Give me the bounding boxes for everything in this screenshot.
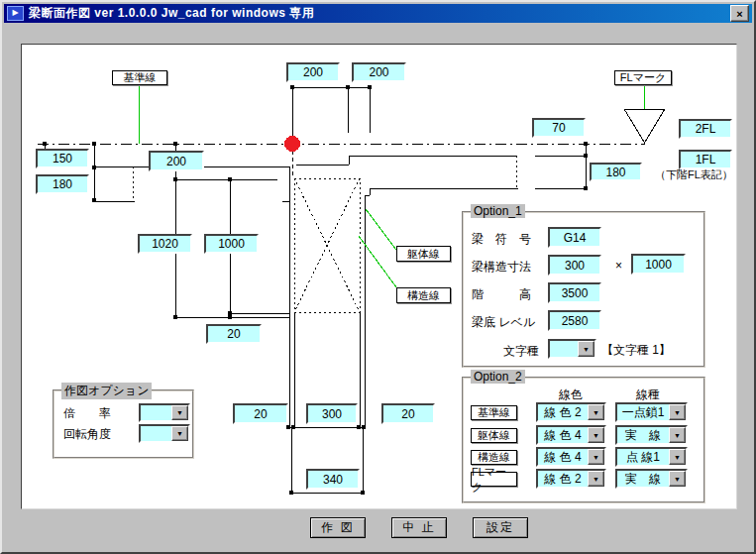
beam-bottom-level-input[interactable]: 2580: [548, 310, 601, 331]
chevron-down-icon[interactable]: ▼: [588, 449, 604, 465]
kutaisen-color-dropdown[interactable]: 線 色 4 ▼: [536, 425, 606, 445]
dim-input-340-bottom[interactable]: 340: [306, 469, 360, 490]
beam-mark-input[interactable]: G14: [548, 227, 601, 248]
kutaisen-color-value: 線 色 4: [538, 427, 588, 443]
option2-group: Option_2 線色 線種 基準線 線 色 2 ▼ 一点鎖1 ▼ 躯体線 線 …: [462, 377, 705, 503]
chevron-down-icon[interactable]: ▼: [578, 341, 594, 357]
rotation-label: 回転角度: [63, 426, 111, 443]
option2-title: Option_2: [471, 370, 525, 384]
window-title: 梁断面作図 ver 1.0.0.0 Jw_cad for windows 専用: [29, 5, 314, 22]
flmark-type-value: 実 線: [617, 471, 669, 487]
chevron-down-icon[interactable]: ▼: [588, 471, 604, 487]
scale-dropdown[interactable]: ▼: [139, 403, 190, 422]
kozosen-type-value: 点 線1: [617, 449, 669, 465]
fl2-input[interactable]: 2FL: [679, 119, 732, 139]
kijunsen-type-dropdown[interactable]: 一点鎖1 ▼: [615, 402, 688, 422]
cancel-button[interactable]: 中 止: [391, 517, 447, 538]
lower-fl-note: （下階FL表記）: [655, 167, 733, 182]
drawing-preview-panel: 基準線 FLマーク 躯体線 構造線 （下階FL表記） 150 180 200 2…: [21, 44, 737, 509]
option1-group: Option_1 梁 符 号 G14 梁構造寸法 300 × 1000 階 高 …: [462, 211, 705, 368]
char-type-label: 文字種: [503, 343, 539, 360]
dialog-window: ▶ 梁断面作図 ver 1.0.0.0 Jw_cad for windows 専…: [0, 0, 756, 554]
row-kijunsen-tag: 基準線: [471, 405, 517, 420]
beam-mark-label: 梁 符 号: [472, 231, 531, 248]
rotation-value: [141, 426, 171, 441]
kijunsen-color-value: 線 色 2: [538, 404, 588, 420]
dim-input-70-right[interactable]: 70: [532, 118, 586, 138]
kozosen-color-dropdown[interactable]: 線 色 4 ▼: [536, 447, 606, 467]
floor-height-label: 階 高: [472, 286, 531, 303]
kozosen-type-dropdown[interactable]: 点 線1 ▼: [615, 447, 688, 467]
kutaisen-type-dropdown[interactable]: 実 線 ▼: [615, 425, 688, 445]
scale-label: 倍 率: [63, 405, 111, 422]
chevron-down-icon[interactable]: ▼: [669, 449, 686, 465]
kijunsen-tag: 基準線: [112, 70, 167, 85]
dim-input-200-top2[interactable]: 200: [352, 62, 406, 82]
char-type-note: 【文字種 1】: [601, 342, 671, 359]
fl1-input[interactable]: 1FL: [679, 150, 732, 169]
flmark-tag: FLマーク: [614, 70, 672, 85]
dim-input-180-right[interactable]: 180: [590, 163, 642, 181]
kozosen-color-value: 線 色 4: [538, 449, 588, 465]
row-kutaisen-tag: 躯体線: [471, 428, 517, 443]
flmark-color-dropdown[interactable]: 線 色 2 ▼: [536, 469, 606, 489]
dim-input-1000[interactable]: 1000: [204, 234, 259, 254]
kozosen-tag: 構造線: [396, 287, 451, 303]
flmark-color-value: 線 色 2: [538, 471, 588, 487]
dim-input-1020[interactable]: 1020: [138, 234, 192, 254]
dim-input-300-bottom[interactable]: 300: [306, 403, 358, 424]
dim-input-20-bottom-right[interactable]: 20: [381, 403, 435, 424]
line-type-header: 線種: [636, 387, 660, 403]
dim-input-20-mid[interactable]: 20: [206, 324, 262, 344]
title-bar[interactable]: ▶ 梁断面作図 ver 1.0.0.0 Jw_cad for windows 専…: [4, 4, 752, 23]
beam-size-separator: ×: [615, 259, 622, 273]
char-type-value: [550, 341, 578, 357]
kutaisen-type-value: 実 線: [617, 427, 669, 443]
row-flmark-tag: FLマーク: [471, 472, 517, 487]
close-button[interactable]: ×: [730, 5, 749, 22]
chevron-down-icon[interactable]: ▼: [171, 405, 188, 420]
dim-input-20-bottom-left[interactable]: 20: [233, 403, 288, 424]
kijunsen-color-dropdown[interactable]: 線 色 2 ▼: [536, 402, 606, 422]
row-kozosen-tag: 構造線: [471, 450, 517, 465]
draw-options-group: 作図オプション 倍 率 ▼ 回転角度 ▼: [53, 389, 194, 459]
flmark-type-dropdown[interactable]: 実 線 ▼: [615, 469, 688, 489]
reference-point-marker: [284, 136, 300, 152]
dim-input-200-left[interactable]: 200: [149, 151, 204, 171]
beam-width-input[interactable]: 300: [548, 255, 601, 276]
option1-title: Option_1: [471, 204, 525, 218]
line-color-header: 線色: [559, 387, 583, 403]
beam-height-input[interactable]: 1000: [631, 254, 686, 275]
chevron-down-icon[interactable]: ▼: [588, 427, 604, 443]
dim-input-150-left[interactable]: 150: [36, 149, 89, 168]
kijunsen-type-value: 一点鎖1: [617, 404, 669, 420]
dim-input-180-left[interactable]: 180: [36, 174, 89, 194]
chevron-down-icon[interactable]: ▼: [669, 427, 686, 443]
settings-button[interactable]: 設定: [473, 517, 528, 538]
rotation-dropdown[interactable]: ▼: [139, 424, 190, 443]
app-icon: ▶: [7, 6, 24, 21]
dim-input-200-top1[interactable]: 200: [286, 62, 340, 82]
chevron-down-icon[interactable]: ▼: [588, 404, 604, 420]
kutaisen-tag: 躯体線: [396, 246, 451, 262]
char-type-dropdown[interactable]: ▼: [548, 339, 596, 359]
chevron-down-icon[interactable]: ▼: [669, 404, 686, 420]
scale-value: [141, 405, 171, 420]
chevron-down-icon[interactable]: ▼: [669, 471, 686, 487]
beam-size-label: 梁構造寸法: [472, 259, 531, 276]
draw-options-title: 作図オプション: [61, 383, 152, 399]
chevron-down-icon[interactable]: ▼: [171, 426, 188, 441]
beam-bottom-level-label: 梁底 レベル: [472, 314, 535, 331]
fl-mark-triangle: [624, 109, 665, 143]
draw-button[interactable]: 作 図: [310, 517, 366, 538]
floor-height-input[interactable]: 3500: [548, 282, 601, 303]
